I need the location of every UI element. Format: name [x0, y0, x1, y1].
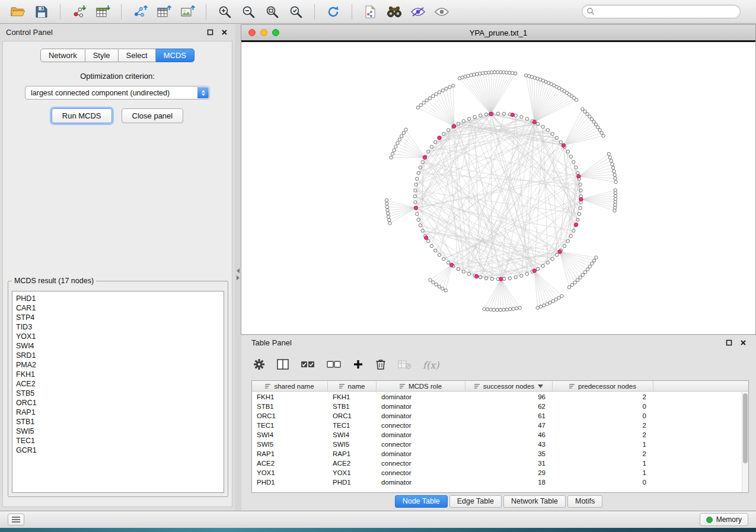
mcds-result-list[interactable]: PHD1CAR1STP4TID3YOX1SWI4SRD1PMA2FKH1ACE2… — [12, 291, 224, 493]
network-graph[interactable] — [241, 42, 755, 334]
open-file-button[interactable] — [7, 3, 28, 21]
mcds-result-node[interactable]: ORC1 — [16, 398, 220, 408]
task-history-button[interactable] — [8, 514, 24, 525]
window-close-icon[interactable] — [248, 29, 256, 36]
splitter-collapse-handle[interactable] — [235, 266, 241, 283]
mcds-result-node[interactable]: TID3 — [16, 322, 220, 332]
mcds-result-node[interactable]: SWI5 — [16, 427, 220, 436]
search-input[interactable] — [582, 5, 741, 18]
column-label: predecessor nodes — [578, 383, 636, 390]
import-network-button[interactable] — [68, 3, 90, 21]
tab-network[interactable]: Network — [40, 49, 85, 62]
mcds-result-node[interactable]: STB5 — [16, 389, 220, 398]
hide-selected-button[interactable] — [407, 3, 429, 21]
tab-mcds[interactable]: MCDS — [156, 49, 194, 62]
delete-column-button[interactable] — [375, 358, 386, 372]
table-row[interactable]: SWI5SWI5connector431 — [252, 440, 742, 449]
float-panel-button[interactable] — [206, 28, 215, 37]
close-panel-action-button[interactable]: Close panel — [122, 108, 184, 123]
table-row[interactable]: STB1STB1dominator620 — [252, 402, 742, 411]
column-header-successor-nodes[interactable]: successor nodes — [465, 381, 553, 391]
criterion-select[interactable]: largest connected component (undirected) — [25, 86, 210, 100]
export-table-button[interactable] — [153, 3, 174, 21]
mcds-result-node[interactable]: SRD1 — [16, 351, 220, 360]
table-cell: STB1 — [328, 403, 377, 410]
select-all-button[interactable] — [301, 359, 315, 371]
zoom-fit-button[interactable] — [261, 3, 283, 21]
mcds-result-node[interactable]: GCR1 — [16, 446, 220, 455]
mcds-result-node[interactable]: STB1 — [16, 417, 220, 427]
table-row[interactable]: YOX1YOX1connector291 — [252, 468, 742, 477]
network-document-button[interactable] — [360, 3, 381, 21]
table-row[interactable]: RAP1RAP1dominator352 — [252, 449, 742, 459]
window-minimize-icon[interactable] — [260, 29, 267, 36]
memory-button[interactable]: Memory — [700, 513, 748, 526]
scrollbar-thumb[interactable] — [743, 393, 748, 463]
show-all-button[interactable] — [431, 3, 452, 21]
network-canvas[interactable] — [241, 42, 755, 334]
function-builder-button: f(x) — [423, 360, 439, 371]
table-settings-button[interactable] — [253, 358, 265, 372]
close-icon — [221, 29, 228, 36]
zoom-selected-button[interactable] — [285, 3, 307, 21]
tab-network-table[interactable]: Network Table — [503, 495, 566, 508]
column-header-shared-name[interactable]: shared name — [252, 381, 328, 391]
mcds-result-node[interactable]: STP4 — [16, 313, 220, 322]
table-row[interactable]: ACE2ACE2connector311 — [252, 459, 742, 468]
deselect-all-button[interactable] — [327, 359, 341, 371]
tab-edge-table[interactable]: Edge Table — [449, 495, 502, 508]
mcds-result-node[interactable]: SWI4 — [16, 341, 220, 351]
show-columns-button[interactable] — [277, 359, 289, 371]
save-session-button[interactable] — [31, 3, 52, 21]
column-header-name[interactable]: name — [328, 381, 377, 391]
panel-splitter[interactable] — [235, 24, 241, 511]
tab-style[interactable]: Style — [85, 49, 119, 62]
window-maximize-icon[interactable] — [272, 29, 279, 36]
tab-motifs[interactable]: Motifs — [567, 495, 602, 508]
table-row[interactable]: ORC1ORC1dominator610 — [252, 411, 742, 421]
add-column-button[interactable] — [353, 359, 363, 371]
memory-label: Memory — [716, 515, 742, 524]
mcds-result-node[interactable]: PHD1 — [16, 294, 220, 303]
mcds-result-node[interactable]: ACE2 — [16, 379, 220, 389]
close-icon — [740, 339, 747, 346]
apply-layout-button[interactable] — [323, 3, 344, 21]
table-row[interactable]: FKH1FKH1dominator962 — [252, 392, 742, 402]
table-row[interactable]: SWI4SWI4dominator462 — [252, 430, 742, 440]
mcds-result-node[interactable]: CAR1 — [16, 303, 220, 313]
node-table-body[interactable]: FKH1FKH1dominator962STB1STB1dominator620… — [252, 392, 742, 492]
table-cell: dominator — [377, 403, 465, 410]
export-image-icon — [180, 5, 195, 19]
mcds-result-node[interactable]: TEC1 — [16, 436, 220, 446]
table-cell: 1 — [553, 469, 653, 476]
tab-node-table[interactable]: Node Table — [395, 495, 448, 508]
find-button[interactable] — [384, 3, 405, 21]
close-panel-button[interactable] — [220, 28, 229, 37]
mcds-result-node[interactable]: RAP1 — [16, 408, 220, 417]
table-float-button[interactable] — [725, 338, 733, 347]
table-cell: 1 — [553, 441, 653, 448]
table-row[interactable]: PHD1PHD1dominator180 — [252, 477, 742, 487]
tab-select[interactable]: Select — [119, 49, 156, 62]
table-cell: YOX1 — [328, 469, 377, 476]
mcds-result-node[interactable]: YOX1 — [16, 332, 220, 341]
mcds-result-node[interactable]: FKH1 — [16, 370, 220, 379]
table-close-button[interactable] — [739, 338, 748, 347]
table-cell: 18 — [465, 479, 553, 486]
zoom-out-button[interactable] — [238, 3, 259, 21]
mcds-result-node[interactable]: PMA2 — [16, 360, 220, 370]
run-mcds-button[interactable]: Run MCDS — [52, 108, 112, 123]
select-all-icon — [301, 359, 315, 370]
table-cell: ORC1 — [328, 412, 377, 419]
table-cell: 2 — [553, 450, 653, 457]
network-view-titlebar[interactable]: YPA_prune.txt_1 — [241, 25, 755, 42]
column-header-MCDS-role[interactable]: MCDS role — [377, 381, 465, 391]
export-network-button[interactable] — [129, 3, 151, 21]
table-scrollbar[interactable] — [742, 392, 748, 492]
import-table-button[interactable] — [92, 3, 113, 21]
column-label: MCDS role — [409, 383, 442, 390]
column-header-predecessor-nodes[interactable]: predecessor nodes — [553, 381, 653, 391]
zoom-in-button[interactable] — [214, 3, 235, 21]
export-image-button[interactable] — [177, 3, 198, 21]
table-row[interactable]: TEC1TEC1connector472 — [252, 421, 742, 430]
